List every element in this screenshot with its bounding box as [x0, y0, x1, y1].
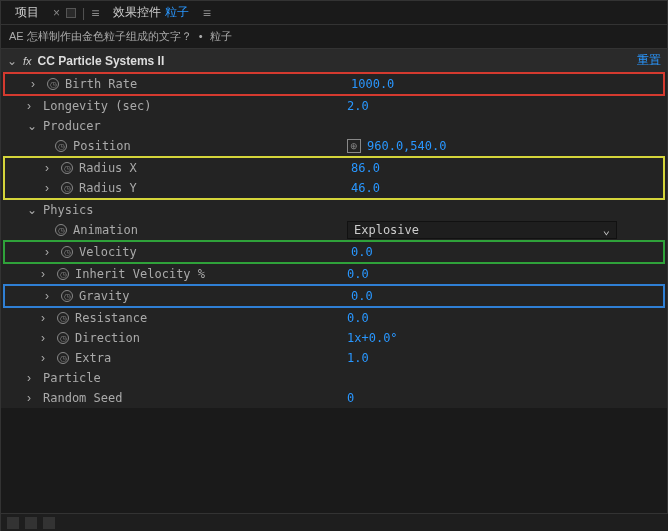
- breadcrumb-comp[interactable]: 怎样制作由金色粒子组成的文字？: [27, 30, 192, 42]
- section-producer[interactable]: ⌄ Producer: [1, 116, 667, 136]
- prop-radius-x: › ◷ Radius X 86.0: [5, 158, 663, 178]
- prop-label-animation: Animation: [73, 223, 138, 237]
- breadcrumb-prefix: AE: [9, 30, 24, 42]
- twirl-longevity[interactable]: ›: [27, 99, 37, 113]
- prop-value-velocity[interactable]: 0.0: [351, 245, 373, 259]
- panel-dropdown-icon[interactable]: ≡: [203, 5, 211, 21]
- prop-value-radius-x[interactable]: 86.0: [351, 161, 380, 175]
- stopwatch-icon[interactable]: ◷: [61, 246, 73, 258]
- breadcrumb-bullet: •: [199, 30, 203, 42]
- stopwatch-icon[interactable]: ◷: [57, 332, 69, 344]
- stopwatch-icon[interactable]: ◷: [47, 78, 59, 90]
- chevron-down-icon: ⌄: [603, 223, 610, 237]
- tab-effect-controls-layer: 粒子: [165, 5, 189, 19]
- twirl-effect[interactable]: ⌄: [7, 54, 17, 68]
- prop-value-direction-prefix: 1x: [347, 331, 361, 345]
- twirl-inherit-velocity[interactable]: ›: [41, 267, 51, 281]
- dropdown-animation-value: Explosive: [354, 223, 419, 237]
- footer-icon-3[interactable]: [43, 517, 55, 529]
- stopwatch-icon[interactable]: ◷: [55, 224, 67, 236]
- prop-velocity: › ◷ Velocity 0.0: [5, 242, 663, 262]
- tab-effect-controls[interactable]: 效果控件 粒子: [105, 1, 196, 24]
- twirl-birth-rate[interactable]: ›: [31, 77, 41, 91]
- prop-inherit-velocity: › ◷ Inherit Velocity % 0.0: [1, 264, 667, 284]
- stopwatch-icon[interactable]: ◷: [57, 312, 69, 324]
- prop-value-position[interactable]: 960.0,540.0: [367, 139, 446, 153]
- prop-gravity: › ◷ Gravity 0.0: [5, 286, 663, 306]
- prop-radius-y: › ◷ Radius Y 46.0: [5, 178, 663, 198]
- panel-menu-icon[interactable]: ≡: [91, 5, 99, 21]
- tab-effect-controls-label: 效果控件: [113, 5, 161, 19]
- prop-label-position: Position: [73, 139, 131, 153]
- prop-label-direction: Direction: [75, 331, 140, 345]
- prop-value-resistance[interactable]: 0.0: [347, 311, 369, 325]
- stopwatch-icon[interactable]: ◷: [57, 352, 69, 364]
- prop-label-gravity: Gravity: [79, 289, 130, 303]
- prop-value-radius-y[interactable]: 46.0: [351, 181, 380, 195]
- stopwatch-icon[interactable]: ◷: [57, 268, 69, 280]
- twirl-radius-x[interactable]: ›: [45, 161, 55, 175]
- prop-value-direction-deg: +0.0°: [361, 331, 397, 345]
- prop-value-extra[interactable]: 1.0: [347, 351, 369, 365]
- prop-longevity: › Longevity (sec) 2.0: [1, 96, 667, 116]
- prop-extra: › ◷ Extra 1.0: [1, 348, 667, 368]
- stopwatch-icon[interactable]: ◷: [61, 162, 73, 174]
- twirl-radius-y[interactable]: ›: [45, 181, 55, 195]
- prop-value-birth-rate[interactable]: 1000.0: [351, 77, 394, 91]
- prop-label-longevity: Longevity (sec): [43, 99, 151, 113]
- stopwatch-icon[interactable]: ◷: [55, 140, 67, 152]
- prop-value-gravity[interactable]: 0.0: [351, 289, 373, 303]
- crosshair-icon[interactable]: ⊕: [347, 139, 361, 153]
- prop-position: ◷ Position ⊕ 960.0,540.0: [1, 136, 667, 156]
- effect-panel: ⌄ fx CC Particle Systems II 重置 › ◷ Birth…: [1, 49, 667, 408]
- twirl-direction[interactable]: ›: [41, 331, 51, 345]
- prop-value-longevity[interactable]: 2.0: [347, 99, 369, 113]
- highlight-green: › ◷ Velocity 0.0: [3, 240, 665, 264]
- stopwatch-icon[interactable]: ◷: [61, 182, 73, 194]
- tab-divider: |: [82, 6, 85, 20]
- fx-badge[interactable]: fx: [23, 55, 32, 67]
- prop-value-inherit-velocity[interactable]: 0.0: [347, 267, 369, 281]
- prop-label-birth-rate: Birth Rate: [65, 77, 137, 91]
- breadcrumb-layer[interactable]: 粒子: [210, 30, 232, 42]
- reset-link[interactable]: 重置: [637, 52, 661, 69]
- prop-value-random-seed[interactable]: 0: [347, 391, 354, 405]
- panel-footer: [1, 513, 668, 531]
- section-label-particle: Particle: [43, 371, 101, 385]
- effect-name: CC Particle Systems II: [38, 54, 631, 68]
- twirl-physics[interactable]: ⌄: [27, 203, 37, 217]
- prop-random-seed: › Random Seed 0: [1, 388, 667, 408]
- tab-bar: 项目 × | ≡ 效果控件 粒子 ≡: [1, 1, 667, 25]
- section-label-physics: Physics: [43, 203, 94, 217]
- stopwatch-icon[interactable]: ◷: [61, 290, 73, 302]
- twirl-extra[interactable]: ›: [41, 351, 51, 365]
- close-icon[interactable]: ×: [53, 6, 60, 20]
- effect-header[interactable]: ⌄ fx CC Particle Systems II 重置: [1, 49, 667, 72]
- section-particle[interactable]: › Particle: [1, 368, 667, 388]
- prop-label-radius-y: Radius Y: [79, 181, 137, 195]
- dropdown-animation[interactable]: Explosive ⌄: [347, 221, 617, 239]
- section-physics[interactable]: ⌄ Physics: [1, 200, 667, 220]
- twirl-particle[interactable]: ›: [27, 371, 37, 385]
- prop-direction: › ◷ Direction 1x+0.0°: [1, 328, 667, 348]
- footer-icon-2[interactable]: [25, 517, 37, 529]
- prop-label-inherit-velocity: Inherit Velocity %: [75, 267, 205, 281]
- twirl-resistance[interactable]: ›: [41, 311, 51, 325]
- highlight-blue: › ◷ Gravity 0.0: [3, 284, 665, 308]
- prop-birth-rate: › ◷ Birth Rate 1000.0: [5, 74, 663, 94]
- twirl-producer[interactable]: ⌄: [27, 119, 37, 133]
- twirl-gravity[interactable]: ›: [45, 289, 55, 303]
- highlight-yellow: › ◷ Radius X 86.0 › ◷ Radius Y 46.0: [3, 156, 665, 200]
- prop-label-resistance: Resistance: [75, 311, 147, 325]
- prop-animation: ◷ Animation Explosive ⌄: [1, 220, 667, 240]
- twirl-random-seed[interactable]: ›: [27, 391, 37, 405]
- record-indicator: [66, 8, 76, 18]
- prop-label-random-seed: Random Seed: [43, 391, 122, 405]
- twirl-velocity[interactable]: ›: [45, 245, 55, 259]
- breadcrumb: AE 怎样制作由金色粒子组成的文字？ • 粒子: [1, 25, 667, 49]
- prop-label-velocity: Velocity: [79, 245, 137, 259]
- footer-icon-1[interactable]: [7, 517, 19, 529]
- highlight-red: › ◷ Birth Rate 1000.0: [3, 72, 665, 96]
- tab-project[interactable]: 项目: [7, 1, 47, 24]
- prop-value-direction[interactable]: 1x+0.0°: [347, 331, 398, 345]
